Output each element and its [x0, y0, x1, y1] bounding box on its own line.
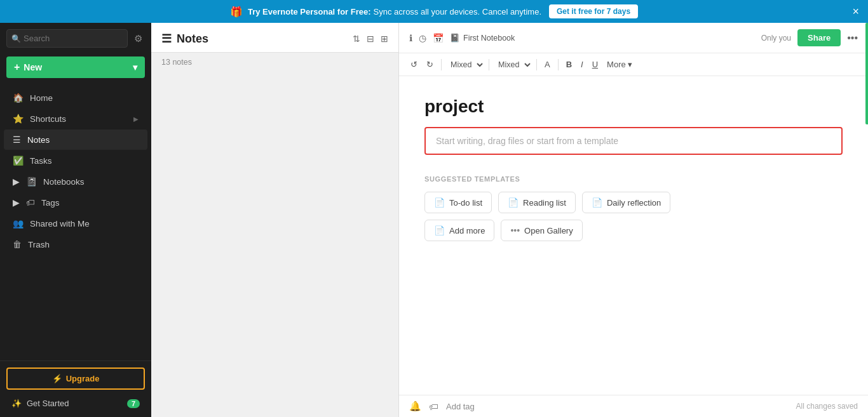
banner-promo-text: Sync across all your devices. Cancel any…: [374, 7, 541, 17]
gift-icon: 🎁: [230, 6, 243, 18]
template-reading-button[interactable]: 📄 Reading list: [498, 192, 576, 213]
get-started-badge: 7: [127, 399, 140, 408]
todo-template-icon: 📄: [434, 197, 445, 208]
shared-icon: 👥: [13, 218, 24, 228]
notes-list-header: ☰ Notes ⇅ ⊟ ⊞: [151, 23, 398, 53]
toolbar-italic-button[interactable]: I: [577, 57, 587, 72]
info-icon[interactable]: ℹ: [409, 33, 412, 43]
toolbar-color-button[interactable]: A: [541, 57, 554, 72]
notes-list-controls: ⇅ ⊟ ⊞: [353, 34, 388, 44]
sidebar-nav: 🏠 Home ⭐ Shortcuts ▶ ☰ Notes ✅ Tasks ▶ 📓…: [0, 84, 151, 361]
notebook-name: First Notebook: [463, 34, 515, 43]
editor-footer: 🔔 🏷 Add tag All changes saved: [399, 395, 868, 417]
sidebar: 🔍 ⚙ + New ▾ 🏠 Home ⭐ Shortcuts ▶: [0, 23, 151, 417]
sort-icon[interactable]: ⇅: [353, 34, 360, 44]
note-body-placeholder[interactable]: Start writing, drag files or start from …: [424, 127, 843, 155]
reminder-icon[interactable]: 🔔: [409, 400, 421, 412]
template-gallery-button[interactable]: ••• Open Gallery: [501, 220, 582, 241]
more-options-button[interactable]: •••: [847, 32, 858, 44]
chevron-down-icon: ▾: [133, 62, 137, 72]
tags-expand-icon: ▶: [13, 197, 20, 208]
notebook-icon: 📓: [450, 33, 460, 43]
share-button[interactable]: Share: [797, 29, 841, 46]
home-icon: 🏠: [13, 93, 24, 103]
template-todo-button[interactable]: 📄 To-do list: [424, 192, 492, 213]
footer-left: 🔔 🏷 Add tag: [409, 400, 475, 412]
notes-list-panel: ☰ Notes ⇅ ⊟ ⊞ 13 notes: [151, 23, 399, 417]
history-icon[interactable]: ◷: [419, 33, 426, 43]
editor-topbar-right: Only you Share •••: [761, 29, 858, 46]
toolbar-format-select-1[interactable]: Mixed: [445, 58, 485, 71]
sidebar-item-notes[interactable]: ☰ Notes: [4, 129, 147, 150]
banner-close-button[interactable]: ×: [852, 6, 859, 17]
new-button-label: New: [24, 62, 42, 72]
tags-icon: 🏷: [26, 197, 35, 208]
editor-toolbar: ↺ ↻ Mixed Mixed A B I U More ▾: [399, 53, 868, 76]
suggested-templates-section: SUGGESTED TEMPLATES 📄 To-do list 📄 Readi…: [424, 175, 843, 248]
layout-icon[interactable]: ⊞: [381, 34, 388, 44]
gear-button[interactable]: ⚙: [132, 30, 145, 47]
toolbar-bold-button[interactable]: B: [562, 57, 576, 72]
notes-title-text: Notes: [177, 32, 208, 46]
notes-list-title: ☰ Notes: [161, 32, 208, 46]
banner-cta-button[interactable]: Get it free for 7 days: [549, 4, 638, 18]
search-input[interactable]: [6, 29, 128, 48]
sidebar-item-shortcuts[interactable]: ⭐ Shortcuts ▶: [4, 109, 147, 129]
template-reflection-label: Daily reflection: [607, 198, 661, 208]
editor-panel: ℹ ◷ 📅 📓 First Notebook Only you Share ••…: [399, 23, 868, 417]
toolbar-more-button[interactable]: More ▾: [603, 57, 636, 72]
add-tag-icon[interactable]: 🏷: [429, 401, 438, 412]
template-gallery-label: Open Gallery: [524, 226, 573, 235]
reflection-template-icon: 📄: [592, 197, 602, 208]
toolbar-undo-button[interactable]: ↺: [407, 57, 421, 72]
sidebar-item-shortcuts-label: Shortcuts: [30, 114, 66, 124]
add-tag-label[interactable]: Add tag: [446, 402, 475, 411]
star-icon: ⭐: [13, 114, 24, 124]
sidebar-item-shared[interactable]: 👥 Shared with Me: [4, 213, 147, 234]
note-title[interactable]: project: [424, 96, 843, 117]
note-body-placeholder-text: Start writing, drag files or start from …: [436, 136, 618, 146]
notebooks-icon: 📓: [26, 176, 37, 187]
get-started-row[interactable]: ✨ Get Started 7: [6, 396, 145, 411]
template-add-more-button[interactable]: 📄 Add more: [424, 220, 494, 241]
template-reflection-button[interactable]: 📄 Daily reflection: [582, 192, 670, 213]
notes-icon: ☰: [13, 135, 21, 145]
banner-promo-bold: Try Evernote Personal for Free:: [248, 7, 371, 17]
gallery-template-icon: •••: [510, 225, 520, 235]
sidebar-item-trash[interactable]: 🗑 Trash: [4, 234, 147, 255]
template-buttons-row-2: 📄 Add more ••• Open Gallery: [424, 220, 843, 241]
calendar-icon[interactable]: 📅: [433, 33, 444, 43]
notebooks-expand-icon: ▶: [13, 176, 20, 187]
search-wrapper: 🔍: [6, 29, 128, 48]
new-button[interactable]: + New ▾: [6, 56, 145, 78]
visibility-label: Only you: [761, 34, 791, 43]
upgrade-icon: ⚡: [52, 374, 62, 383]
sidebar-item-tags-label: Tags: [41, 198, 60, 208]
template-add-more-label: Add more: [449, 226, 485, 235]
shortcuts-expand-icon: ▶: [133, 116, 139, 122]
sidebar-item-notes-label: Notes: [27, 135, 50, 145]
toolbar-format-select-2[interactable]: Mixed: [493, 58, 532, 71]
trash-icon: 🗑: [13, 239, 22, 249]
get-started-label: Get Started: [27, 399, 69, 408]
toolbar-divider-4: [558, 59, 559, 70]
toolbar-divider-3: [536, 59, 537, 70]
sidebar-item-tags[interactable]: ▶ 🏷 Tags: [4, 192, 147, 213]
upgrade-button[interactable]: ⚡ Upgrade: [6, 367, 145, 390]
sidebar-bottom: ⚡ Upgrade ✨ Get Started 7: [0, 361, 151, 417]
toolbar-underline-button[interactable]: U: [588, 57, 602, 72]
upgrade-label: Upgrade: [66, 374, 100, 383]
sidebar-item-home[interactable]: 🏠 Home: [4, 88, 147, 108]
notes-title-icon: ☰: [161, 32, 172, 46]
toolbar-redo-button[interactable]: ↻: [423, 57, 437, 72]
notebook-label[interactable]: 📓 First Notebook: [450, 33, 515, 43]
sidebar-item-notebooks[interactable]: ▶ 📓 Notebooks: [4, 171, 147, 192]
template-todo-label: To-do list: [449, 198, 482, 208]
toolbar-divider-2: [489, 59, 489, 70]
sidebar-item-trash-label: Trash: [28, 240, 50, 249]
filter-icon[interactable]: ⊟: [367, 34, 374, 44]
notes-list-body: [151, 69, 398, 417]
sidebar-top: 🔍 ⚙: [0, 23, 151, 53]
sidebar-item-home-label: Home: [30, 93, 53, 103]
sidebar-item-tasks[interactable]: ✅ Tasks: [4, 150, 147, 171]
